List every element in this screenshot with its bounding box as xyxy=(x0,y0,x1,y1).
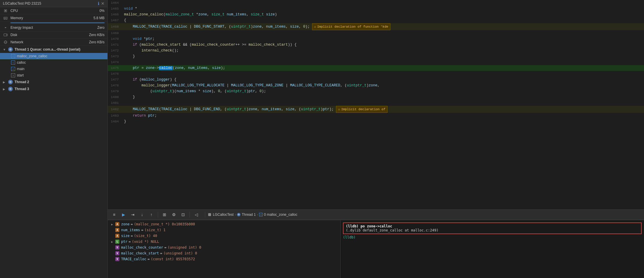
threads-section: ▼ ⊙ Thread 1 Queue: com.a...-thread (ser… xyxy=(0,46,107,92)
left-panel: LGCallocTest PID 23215 ℹ ✕ CPU 0% Memory… xyxy=(0,0,108,278)
network-value: Zero KB/s xyxy=(89,40,105,44)
energy-metric[interactable]: Energy Impact Zero xyxy=(0,24,107,31)
var-size-row[interactable]: A size = (size_t) 40 xyxy=(108,233,340,239)
var-num-items-row[interactable]: A num_items = (size_t) 1 xyxy=(108,227,340,233)
lldb-console[interactable]: (lldb) po zone->calloc (.dylib`default_z… xyxy=(341,220,644,278)
svg-point-11 xyxy=(6,35,7,35)
svg-marker-9 xyxy=(5,26,6,29)
metrics-section: CPU 0% Memory 5.8 MB Energy Impact Zero … xyxy=(0,7,107,46)
share-button[interactable]: ⚙ xyxy=(170,211,178,218)
breadcrumb-sep1: › xyxy=(235,213,236,217)
step-over-button[interactable]: ⇥ xyxy=(129,211,137,218)
frame0-row[interactable]: 0 malloc_zone_calloc xyxy=(0,53,107,59)
toolbar-sep1 xyxy=(158,212,158,218)
debug-toolbar: ≡ ▶ ⇥ ↓ ↑ ⊞ ⚙ ⊡ ◁ LGCallocTest › ⊙ Threa… xyxy=(108,209,644,220)
close-icon[interactable]: ✕ xyxy=(101,1,105,6)
breadcrumb-thread[interactable]: ⊙ Thread 1 xyxy=(237,213,256,217)
disk-icon xyxy=(3,33,8,37)
var-size-badge: A xyxy=(115,234,119,238)
code-line-1469: 1469 xyxy=(108,30,644,36)
code-line-1482: 1482 MALLOC_TRACE(TRACE_calloc | DBG_FUN… xyxy=(108,106,644,113)
var-num-name: num_items xyxy=(121,228,140,232)
var-ptr-row[interactable]: ▶ L ptr = (void *) NULL xyxy=(108,239,340,245)
var-trace-row[interactable]: V TRACE_calloc = (const int) 855703572 xyxy=(108,256,340,262)
code-line-1480: 1480 } xyxy=(108,94,644,100)
menu-button[interactable]: ≡ xyxy=(110,211,118,218)
code-line-1481: 1481 xyxy=(108,100,644,106)
frame-mini-icon: 0 xyxy=(259,213,263,216)
step-out-button[interactable]: ↑ xyxy=(147,211,155,218)
code-area[interactable]: 1464 1465 void * 1466 malloc_zone_calloc… xyxy=(108,0,644,209)
cpu-metric[interactable]: CPU 0% xyxy=(0,7,107,15)
disk-metric[interactable]: Disk Zero KB/s xyxy=(0,31,107,39)
code-line-1470: 1470 void *ptr; xyxy=(108,36,644,42)
info-icon[interactable]: ℹ xyxy=(98,1,99,6)
lldb-command: (lldb) po zone->calloc xyxy=(346,224,639,228)
code-line-1471: 1471 if (malloc_check_start && (malloc_c… xyxy=(108,42,644,48)
var-counter-row[interactable]: V malloc_check_counter = (unsigned int) … xyxy=(108,245,340,250)
lldb-output: (.dylib`default_zone_calloc at malloc.c:… xyxy=(346,228,639,232)
disk-label: Disk xyxy=(10,33,89,37)
continue-button[interactable]: ▶ xyxy=(119,211,128,218)
warning-badge-1468: Implicit declaration of function 'kde xyxy=(312,23,390,30)
var-counter-badge: V xyxy=(115,245,119,250)
toolbar-sep3 xyxy=(205,212,205,218)
code-line-1473: 1473 } xyxy=(108,54,644,59)
svg-rect-6 xyxy=(5,18,5,19)
frame1-icon: 1 xyxy=(11,60,15,65)
memory-icon xyxy=(3,16,8,20)
thread1-icon: ⊙ xyxy=(8,47,13,52)
frame1-row[interactable]: 1 calloc xyxy=(0,59,107,66)
view-button[interactable]: ⊞ xyxy=(160,211,169,218)
code-line-1479: 1479 (uintptr_t)(num_items * size), 0, (… xyxy=(108,88,644,94)
code-line-1467: 1467 { xyxy=(108,17,644,23)
breadcrumb-thread-label: Thread 1 xyxy=(242,213,256,217)
thread3-icon: ⊙ xyxy=(8,87,13,91)
variables-panel[interactable]: ▶ A zone = (malloc_zone_t *) 0x10035b000… xyxy=(108,220,341,278)
frame2-row[interactable]: 2 main xyxy=(0,66,107,72)
var-check-name: malloc_check_start xyxy=(121,251,159,255)
var-zone-expand: ▶ xyxy=(111,223,115,226)
step-into-button[interactable]: ↓ xyxy=(138,211,146,218)
code-line-1468: 1468 MALLOC_TRACE(TRACE_calloc | DBG_FUN… xyxy=(108,23,644,30)
thread2-row[interactable]: ▶ ⊙ Thread 2 xyxy=(0,79,107,85)
warning-badge-1482: Implicit declaration of xyxy=(336,106,387,113)
var-trace-badge: V xyxy=(115,257,119,261)
svg-rect-3 xyxy=(4,19,5,19)
lldb-command-box: (lldb) po zone->calloc (.dylib`default_z… xyxy=(343,222,642,234)
main-area: 1464 1465 void * 1466 malloc_zone_calloc… xyxy=(108,0,644,278)
thread-mini-icon: ⊙ xyxy=(237,213,240,216)
memory-value: 5.8 MB xyxy=(93,16,105,20)
code-line-1464: 1464 xyxy=(108,0,644,6)
bottom-panel: ▶ A zone = (malloc_zone_t *) 0x10035b000… xyxy=(108,220,644,278)
var-zone-row[interactable]: ▶ A zone = (malloc_zone_t *) 0x10035b000 xyxy=(108,221,340,227)
breadcrumb-frame[interactable]: 0 0 malloc_zone_calloc xyxy=(259,213,297,217)
lldb-prompt[interactable]: (lldb) xyxy=(343,235,642,239)
thread1-expand-icon: ▼ xyxy=(3,48,7,51)
network-metric[interactable]: Network Zero KB/s xyxy=(0,39,107,46)
debug-button[interactable]: ⊡ xyxy=(179,211,187,218)
var-trace-value: (const int) 855703572 xyxy=(151,257,195,261)
var-check-start-row[interactable]: V malloc_check_start = (unsigned int) 0 xyxy=(108,250,340,256)
var-check-badge: V xyxy=(115,251,119,255)
thread1-label: Thread 1 Queue: com.a...-thread (serial) xyxy=(15,47,80,51)
thread3-expand-icon: ▶ xyxy=(3,88,7,91)
code-line-1466: 1466 malloc_zone_calloc(malloc_zone_t *z… xyxy=(108,12,644,17)
var-counter-name: malloc_check_counter xyxy=(121,245,163,250)
memory-metric[interactable]: Memory 5.8 MB xyxy=(0,15,107,22)
var-zone-name: zone xyxy=(121,222,130,226)
frame3-row[interactable]: 3 start xyxy=(0,72,107,79)
svg-rect-15 xyxy=(208,213,211,216)
network-icon xyxy=(3,40,8,44)
frame2-label: main xyxy=(17,67,24,71)
frame0-label: malloc_zone_calloc xyxy=(17,54,47,58)
code-line-1477: 1477 if (malloc_logger) { xyxy=(108,77,644,83)
cpu-label: CPU xyxy=(10,9,100,13)
network-label: Network xyxy=(10,40,89,44)
breadcrumb-app[interactable]: LGCallocTest xyxy=(208,213,233,217)
thread3-label: Thread 3 xyxy=(15,87,29,91)
var-size-name: size xyxy=(121,234,130,238)
thread1-row[interactable]: ▼ ⊙ Thread 1 Queue: com.a...-thread (ser… xyxy=(0,46,107,53)
location-button[interactable]: ◁ xyxy=(192,211,200,218)
thread3-row[interactable]: ▶ ⊙ Thread 3 xyxy=(0,85,107,92)
